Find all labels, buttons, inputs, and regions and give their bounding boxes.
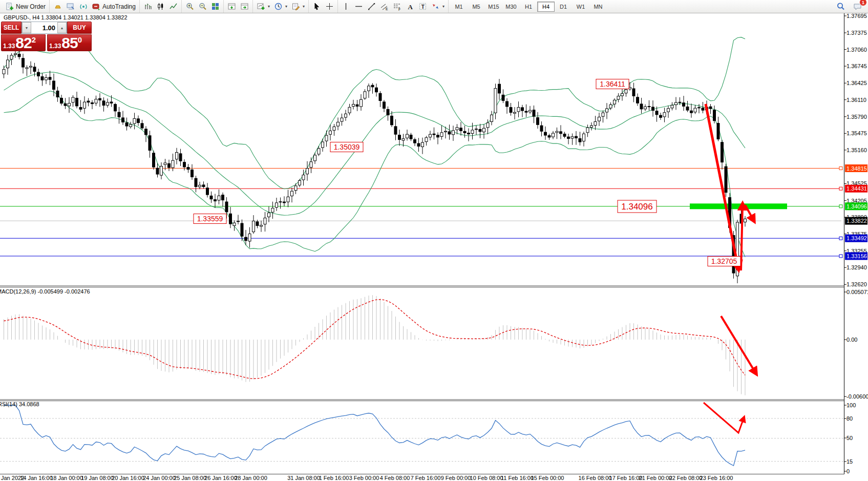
dropdown-arrow-icon[interactable]: ▾ <box>442 4 444 9</box>
market-button[interactable] <box>51 1 64 12</box>
arrows-button[interactable]: ▾ <box>429 1 447 12</box>
macd-label: MACD(12,26,9) -0.005499 -0.002476 <box>0 288 90 295</box>
sell-button[interactable]: SELL <box>1 22 22 34</box>
svg-text:1.37695: 1.37695 <box>846 13 867 19</box>
svg-text:1.33559: 1.33559 <box>197 215 223 223</box>
volume-increase-button[interactable]: ▲ <box>57 22 67 33</box>
svg-text:4 Feb 08:00: 4 Feb 08:00 <box>380 475 410 481</box>
svg-text:A: A <box>408 3 413 11</box>
text-label-button[interactable]: T <box>416 1 429 12</box>
rsi-label: RSI(14) 34.0868 <box>0 401 39 407</box>
timeframe-H4-button[interactable]: H4 <box>537 2 555 12</box>
dropdown-arrow-icon[interactable]: ▾ <box>303 4 305 9</box>
drawing-group: EFAT▾ <box>337 0 448 13</box>
line-chart-button[interactable] <box>167 1 180 12</box>
indicator-window-icon <box>227 2 236 11</box>
volume-stepper: ▼ ▲ <box>22 22 67 34</box>
search-icon <box>836 2 845 11</box>
svg-text:50: 50 <box>846 435 853 441</box>
ask-price-prefix: 1.33 <box>49 42 61 50</box>
volume-decrease-button[interactable]: ▼ <box>22 22 31 33</box>
timeframe-M5-button[interactable]: M5 <box>468 2 485 12</box>
svg-text:15 Feb 00:00: 15 Feb 00:00 <box>531 475 564 481</box>
price-callout-label: 1.36411 <box>596 79 629 89</box>
timeframe-M30-button[interactable]: M30 <box>502 2 520 12</box>
windows-group <box>223 0 252 13</box>
timeframe-D1-button[interactable]: D1 <box>555 2 572 12</box>
dropdown-arrow-icon[interactable]: ▾ <box>268 4 270 9</box>
chart-quote-line: GBPUSD-, H4 1.33804 1.34021 1.33804 1.33… <box>4 14 128 20</box>
svg-text:7 Feb 16:00: 7 Feb 16:00 <box>411 475 441 481</box>
new-chart-icon <box>257 2 265 11</box>
zoom-out-icon <box>198 2 207 11</box>
svg-text:80: 80 <box>846 415 853 422</box>
arrows-icon <box>431 2 440 11</box>
svg-text:16 Feb 08:00: 16 Feb 08:00 <box>579 475 612 481</box>
notifications-button[interactable]: 1 <box>851 1 864 12</box>
time-axis[interactable]: Jan 202214 Jan 16:0018 Jan 00:0019 Jan 0… <box>1 475 733 481</box>
candlestick-chart-button[interactable] <box>154 1 167 12</box>
price-axis[interactable]: 1.376951.373751.370601.367451.364251.361… <box>844 13 868 474</box>
svg-text:17 Feb 16:00: 17 Feb 16:00 <box>609 475 643 481</box>
chart-canvas[interactable]: 1.364111.350391.340961.335591.327051.376… <box>0 0 868 481</box>
fibonacci-button[interactable]: F <box>391 1 404 12</box>
zoom-out-button[interactable] <box>196 1 209 12</box>
timeframe-H1-button[interactable]: H1 <box>520 2 537 12</box>
timeframe-MN-button[interactable]: MN <box>589 2 607 12</box>
new-chart-button[interactable]: ▾ <box>255 1 272 12</box>
dropdown-arrow-icon[interactable]: ▾ <box>285 4 287 9</box>
cursor-button[interactable] <box>310 1 323 12</box>
toolbar-right: 1 <box>834 1 868 12</box>
new-order-button[interactable]: New Order <box>3 1 48 12</box>
timeframe-W1-button[interactable]: W1 <box>572 2 589 12</box>
bid-price-display[interactable]: 1.33 82 2 <box>1 34 46 51</box>
period-button[interactable]: ▾ <box>272 1 289 12</box>
svg-text:9 Feb 00:00: 9 Feb 00:00 <box>441 475 471 481</box>
new-order-icon <box>5 2 14 11</box>
equidistant-channel-button[interactable]: E <box>378 1 391 12</box>
navigator-window-button[interactable] <box>238 1 251 12</box>
svg-text:20 Jan 16:00: 20 Jan 16:00 <box>112 475 144 481</box>
axis-level-label: 1.33822 <box>845 217 867 225</box>
one-click-trade-panel: SELL ▼ ▲ BUY 1.33 82 2 1.33 85 0 <box>1 22 92 51</box>
signals-button[interactable] <box>77 1 90 12</box>
svg-text:1.35475: 1.35475 <box>846 130 867 136</box>
crosshair-icon <box>325 2 334 11</box>
chart-type-group <box>139 0 181 13</box>
buy-button[interactable]: BUY <box>67 22 92 34</box>
trendline-button[interactable] <box>365 1 378 12</box>
svg-text:1.37060: 1.37060 <box>846 47 867 53</box>
bid-price-big: 82 <box>15 36 31 50</box>
svg-text:1.37375: 1.37375 <box>846 30 867 36</box>
svg-text:1.34096: 1.34096 <box>621 202 652 212</box>
volume-input[interactable] <box>31 22 57 33</box>
equidistant-channel-icon: E <box>380 2 389 11</box>
svg-text:F: F <box>398 8 400 11</box>
zoom-in-icon <box>185 2 194 11</box>
svg-text:23 Feb 16:00: 23 Feb 16:00 <box>700 475 733 481</box>
horizontal-line-button[interactable] <box>352 1 365 12</box>
publisher-button[interactable] <box>64 1 77 12</box>
timeframe-M15-button[interactable]: M15 <box>485 2 502 12</box>
svg-text:18 Jan 00:00: 18 Jan 00:00 <box>50 475 83 481</box>
svg-text:1.35039: 1.35039 <box>334 143 360 151</box>
autotrading-button[interactable]: AutoTrading <box>90 1 138 12</box>
search-button[interactable] <box>834 1 847 12</box>
toolbar: New OrderAutoTrading▾▾▾EFAT▾M1M5M15M30H1… <box>0 0 868 13</box>
templates-button[interactable]: ▾ <box>289 1 307 12</box>
bid-price-sup: 2 <box>32 36 36 44</box>
horizontal-line-icon <box>354 2 363 11</box>
zoom-in-button[interactable] <box>183 1 196 12</box>
price-callout-label: 1.32705 <box>708 257 740 266</box>
indicator-window-button[interactable] <box>225 1 238 12</box>
svg-text:1.35160: 1.35160 <box>846 147 867 153</box>
tile-windows-button[interactable] <box>209 1 222 12</box>
timeframe-M1-button[interactable]: M1 <box>450 2 468 12</box>
vertical-line-button[interactable] <box>340 1 352 12</box>
svg-text:31 Jan 08:00: 31 Jan 08:00 <box>287 475 320 481</box>
text-button[interactable]: A <box>404 1 416 12</box>
ask-price-display[interactable]: 1.33 85 0 <box>47 34 92 51</box>
text-icon: A <box>406 2 414 11</box>
crosshair-button[interactable] <box>323 1 336 12</box>
bar-chart-button[interactable] <box>141 1 154 12</box>
